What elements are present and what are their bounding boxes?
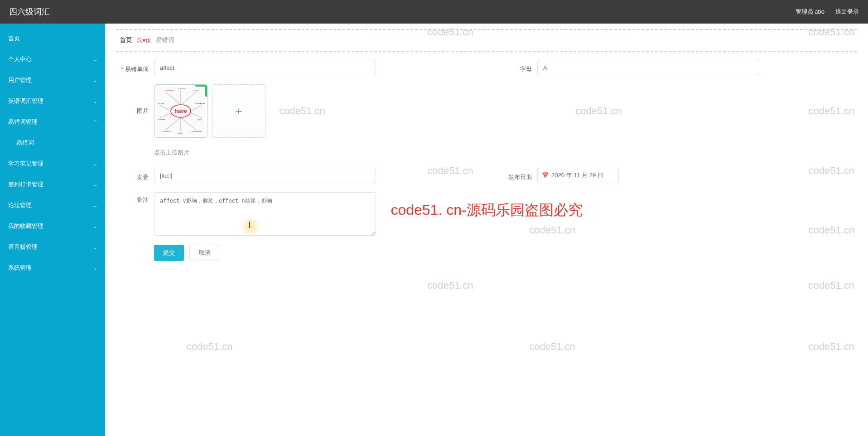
sidebar-item-system-mgmt[interactable]: 系统管理⌄ xyxy=(0,257,105,278)
admin-link[interactable]: 管理员 abo xyxy=(796,8,825,16)
plus-icon: + xyxy=(235,104,242,118)
chevron-down-icon: ⌄ xyxy=(93,224,97,229)
submit-button[interactable]: 提交 xyxy=(154,245,184,261)
chevron-down-icon: ⌄ xyxy=(93,78,97,83)
svg-line-11 xyxy=(181,117,196,130)
chevron-up-icon: ⌃ xyxy=(93,120,97,125)
sidebar-item-error-word-mgmt[interactable]: 易错词管理⌃ xyxy=(0,111,105,132)
sidebar-item-user-mgmt[interactable]: 用户管理⌄ xyxy=(0,70,105,91)
word-label: 易错单词 xyxy=(116,62,149,73)
sidebar-item-vocab-mgmt[interactable]: 英语词汇管理⌄ xyxy=(0,91,105,111)
watermark-text: code51.cn xyxy=(529,341,575,353)
app-title: 四六级词汇 xyxy=(9,6,50,17)
breadcrumb: 首页 呉♥㑀 易错词 xyxy=(116,29,857,52)
breadcrumb-separator: 呉♥㑀 xyxy=(137,37,151,44)
remark-label: 备注 xyxy=(116,192,149,204)
chevron-down-icon: ⌄ xyxy=(93,245,97,250)
letter-input[interactable] xyxy=(537,60,759,75)
svg-text:a shower: a shower xyxy=(178,87,186,90)
chevron-down-icon: ⌄ xyxy=(93,266,97,271)
watermark-text: code51.cn xyxy=(808,341,854,353)
chevron-down-icon: ⌄ xyxy=(93,203,97,208)
remark-textarea[interactable]: affect v影响，假装，effect n结果，影响 xyxy=(154,192,376,236)
chevron-down-icon: ⌄ xyxy=(93,99,97,104)
date-input[interactable] xyxy=(537,168,619,183)
letter-label: 字母 xyxy=(505,62,532,73)
watermark-text: code51.cn xyxy=(808,280,854,291)
pron-input[interactable] xyxy=(154,168,376,183)
breadcrumb-current: 易错词 xyxy=(155,36,174,44)
svg-text:a day: a day xyxy=(197,118,202,121)
date-label: 发布日期 xyxy=(505,170,532,181)
svg-line-6 xyxy=(191,105,203,111)
top-header: 四六级词汇 管理员 abo 退出登录 xyxy=(0,0,868,24)
pron-label: 发音 xyxy=(116,170,149,181)
logout-link[interactable]: 退出登录 xyxy=(835,8,859,16)
main-content: code51.cncode51.cncode51.cn code51.cncod… xyxy=(105,24,868,436)
svg-text:a look: a look xyxy=(193,89,198,92)
upload-tip: 点击上传图片 xyxy=(154,147,857,157)
sidebar-item-message-board[interactable]: 留言板管理⌄ xyxy=(0,237,105,257)
image-label: 图片 xyxy=(116,84,149,115)
watermark-text: code51.cn xyxy=(427,280,473,291)
cancel-button[interactable]: 取消 xyxy=(189,245,220,261)
sidebar-item-notes-mgmt[interactable]: 学习笔记管理⌄ xyxy=(0,153,105,174)
svg-text:a boy: a boy xyxy=(178,132,183,134)
svg-text:an aunt: an aunt xyxy=(158,102,164,104)
uploaded-image-thumb[interactable]: have admit/had xyxy=(154,84,207,138)
svg-text:a conclusion: a conclusion xyxy=(192,130,202,132)
svg-line-2 xyxy=(165,92,181,105)
svg-text:admit/had: admit/had xyxy=(165,89,174,92)
sidebar-item-favorites-mgmt[interactable]: 我的收藏管理⌄ xyxy=(0,216,105,237)
svg-line-4 xyxy=(181,92,196,105)
chevron-down-icon: ⌄ xyxy=(93,161,97,166)
sidebar-item-home[interactable]: 首页 xyxy=(0,28,105,49)
svg-text:have: have xyxy=(174,108,187,114)
svg-text:a shuffle: a shuffle xyxy=(158,118,165,121)
chevron-down-icon: ⌄ xyxy=(93,182,97,187)
upload-add-button[interactable]: + xyxy=(212,84,265,138)
chevron-down-icon: ⌄ xyxy=(93,57,97,62)
svg-text:a problem: a problem xyxy=(163,130,171,132)
svg-line-7 xyxy=(159,113,171,118)
sidebar-item-forum-mgmt[interactable]: 论坛管理⌄ xyxy=(0,195,105,216)
sidebar-item-checkin-mgmt[interactable]: 签到打卡管理⌄ xyxy=(0,174,105,195)
header-actions: 管理员 abo 退出登录 xyxy=(796,8,859,16)
sidebar-item-personal[interactable]: 个人中心⌄ xyxy=(0,49,105,70)
svg-text:a good mood: a good mood xyxy=(195,102,205,104)
svg-line-9 xyxy=(165,117,181,130)
breadcrumb-home[interactable]: 首页 xyxy=(120,36,132,44)
svg-line-8 xyxy=(191,113,203,118)
mindmap-thumbnail: have admit/had xyxy=(156,87,205,136)
sidebar-item-error-word[interactable]: 易错词 xyxy=(0,132,105,153)
sidebar: 首页 个人中心⌄ 用户管理⌄ 英语词汇管理⌄ 易错词管理⌃ 易错词 学习笔记管理… xyxy=(0,24,105,436)
calendar-icon: 📅 xyxy=(542,172,549,179)
word-input[interactable] xyxy=(154,60,376,75)
svg-line-5 xyxy=(159,105,171,111)
watermark-text: code51.cn xyxy=(187,341,233,353)
